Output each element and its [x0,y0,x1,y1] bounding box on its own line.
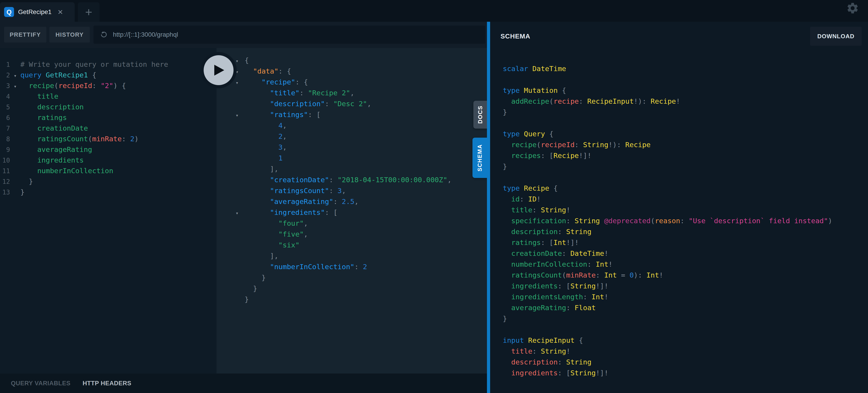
code-line: ingredientsLength: Int! [503,291,868,302]
code-line: 1 [217,153,487,163]
play-icon [204,55,234,85]
line-number: 9 [0,145,10,155]
schema-side-tab[interactable]: SCHEMA [472,138,487,178]
tab-bar: Q GetRecipe1 ✕ + [0,0,868,22]
line-number: 3 [0,81,10,91]
code-line: type Mutation { [503,85,868,96]
line-number: 6 [0,113,10,123]
code-line: ], [217,250,487,261]
line-number: 8 [0,134,10,145]
code-line: } [217,272,487,283]
code-line: "six" [217,240,487,250]
line-number: 10 [0,155,10,166]
fold-arrow-icon[interactable]: ▾ [10,70,20,81]
code-line: } [503,107,868,118]
code-line: 9 averageRating [0,144,217,155]
code-line: ▾ "ingredients": [ [217,207,487,218]
code-line: 13} [0,187,217,198]
code-line [503,74,868,85]
close-tab-icon[interactable]: ✕ [58,8,63,16]
fold-arrow-icon[interactable]: ▾ [10,81,20,92]
endpoint-url: http://[::1]:3000/graphql [113,31,178,38]
code-line: 2▾query GetRecipe1 { [0,70,217,80]
reload-icon[interactable] [100,31,108,39]
line-number: 13 [0,187,10,198]
code-line: type Query { [503,128,868,139]
code-line: } [217,294,487,305]
code-line: "creationDate": "2018-04-15T00:00:00.000… [217,174,487,185]
code-line: scalar DateTime [503,63,868,74]
history-button[interactable]: HISTORY [49,27,90,42]
line-number: 5 [0,102,10,113]
code-line: ▾ "ratings": [ [217,109,487,120]
code-line: 7 creationDate [0,123,217,133]
fold-arrow-icon[interactable]: ▾ [236,66,245,78]
toolbar: PRETTIFY HISTORY http://[::1]:3000/graph… [0,22,487,48]
new-tab-button[interactable]: + [78,2,99,22]
code-line: } [217,283,487,294]
code-line: recipes: [Recipe!]! [503,150,868,161]
gear-icon [846,2,859,15]
query-editor-pane[interactable]: 1# Write your query or mutation here2▾qu… [0,48,217,373]
code-line: "description": "Desc 2", [217,98,487,109]
schema-sdl-lines: scalar DateTimetype Mutation { addRecipe… [490,22,868,378]
code-line: averageRating: Float [503,302,868,313]
code-line: specification: String @deprecated(reason… [503,215,868,226]
line-number: 2 [0,70,10,81]
endpoint-url-field[interactable]: http://[::1]:3000/graphql [93,26,485,44]
fold-arrow-icon[interactable]: ▾ [236,208,245,219]
line-number: 11 [0,166,10,176]
code-line: ▾ "recipe": { [217,77,487,87]
code-line: ratings: [Int!]! [503,237,868,248]
code-line: ▾ "data": { [217,66,487,77]
code-line: 4, [217,120,487,131]
response-lines: ▾{▾ "data": {▾ "recipe": { "title": "Rec… [217,48,487,305]
code-line: recipe(recipeId: String!): Recipe [503,139,868,150]
execute-button[interactable] [200,52,237,88]
code-line: 11 numberInCollection [0,165,217,176]
code-line [503,172,868,183]
tab-title: GetRecipe1 [18,8,52,16]
code-line: type Recipe { [503,183,868,193]
http-headers-tab[interactable]: HTTP HEADERS [83,373,131,393]
code-line: title: String! [503,346,868,357]
response-pane: ▾{▾ "data": {▾ "recipe": { "title": "Rec… [217,48,487,373]
code-line: description: String [503,357,868,367]
code-line: 5 description [0,102,217,112]
code-line: 12 } [0,176,217,187]
panel-divider[interactable] [487,22,490,393]
code-line: 4 title [0,91,217,102]
code-line: ingredients: [String!]! [503,280,868,291]
code-line: ingredients: [String!]! [503,367,868,378]
code-line: input RecipeInput { [503,335,868,346]
code-line: 1# Write your query or mutation here [0,59,217,70]
code-line: numberInCollection: Int! [503,259,868,270]
code-line: creationDate: DateTime! [503,248,868,259]
fold-arrow-icon[interactable]: ▾ [236,110,245,121]
code-line: id: ID! [503,193,868,205]
fold-arrow-icon[interactable]: ▾ [236,78,245,88]
query-variables-tab[interactable]: QUERY VARIABLES [11,373,71,393]
docs-side-tab[interactable]: DOCS [473,101,487,129]
line-number: 1 [0,59,10,70]
tab-getrecipe1[interactable]: Q GetRecipe1 ✕ [0,2,75,22]
line-number: 12 [0,176,10,187]
code-line: addRecipe(recipe: RecipeInput!): Recipe! [503,96,868,107]
query-type-badge: Q [4,7,14,17]
schema-side-tab-label: SCHEMA [476,144,483,171]
settings-button[interactable] [845,1,860,16]
code-line: 3, [217,142,487,153]
code-line: 8 ratingsCount(minRate: 2) [0,133,217,144]
bottom-bar: QUERY VARIABLES HTTP HEADERS [0,373,487,393]
code-line: ratingsCount(minRate: Int = 0): Int! [503,270,868,280]
code-line: "four", [217,218,487,229]
fold-arrow-icon[interactable]: ▾ [236,56,245,66]
code-line: "averageRating": 2.5, [217,196,487,207]
query-editor-lines[interactable]: 1# Write your query or mutation here2▾qu… [0,48,217,198]
code-line: "numberInCollection": 2 [217,261,487,272]
code-line: 10 ingredients [0,155,217,165]
docs-side-tab-label: DOCS [477,105,484,124]
code-line: "title": "Recipe 2", [217,87,487,98]
prettify-button[interactable]: PRETTIFY [4,27,46,42]
code-line: ▾{ [217,55,487,66]
